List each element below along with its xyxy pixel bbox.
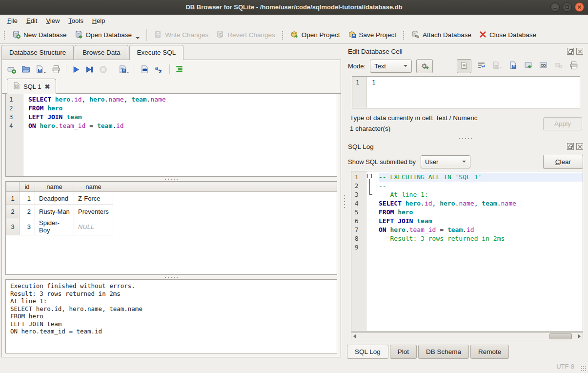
result-cell[interactable]: Rusty-Man — [35, 205, 74, 218]
minimize-button[interactable] — [550, 2, 560, 12]
close-sql-tab-icon[interactable]: ✖ — [44, 83, 50, 90]
tab-browse-data[interactable]: Browse Data — [75, 45, 128, 60]
menu-tools[interactable]: Tools — [64, 16, 87, 26]
print-cell-icon[interactable] — [569, 61, 578, 71]
mode-select[interactable]: Text — [370, 60, 412, 73]
auto-complete-icon[interactable]: az — [155, 65, 164, 74]
close-button[interactable] — [575, 2, 584, 12]
open-project-button[interactable]: Open Project — [286, 28, 344, 42]
close-panel-icon[interactable] — [576, 143, 583, 150]
scroll-left-icon[interactable] — [353, 334, 356, 338]
row-number[interactable]: 3 — [6, 218, 20, 235]
table-corner[interactable] — [6, 182, 20, 192]
splitter-cell-log[interactable] — [347, 136, 584, 141]
sql-editor-code[interactable]: SELECT hero.id, hero.name, team.nameFROM… — [23, 94, 337, 176]
toolbar-drag-handle[interactable] — [282, 30, 284, 40]
column-header[interactable]: id — [20, 182, 35, 192]
auto-switch-mode-button[interactable] — [416, 59, 433, 73]
import-cell-icon[interactable] — [509, 61, 517, 71]
mode-label: Mode: — [348, 62, 365, 70]
cell-value-editor[interactable]: 1 1 — [352, 76, 580, 108]
toolbar-drag-handle[interactable] — [3, 30, 6, 40]
attach-database-button[interactable]: Attach Database — [407, 28, 475, 42]
sql-log-code[interactable]: -- EXECUTING ALL IN 'SQL 1'---- At line … — [374, 171, 583, 331]
splitter-left-right[interactable] — [343, 44, 346, 359]
open-sql-file-icon[interactable] — [21, 65, 30, 74]
execution-status-log[interactable]: Execution finished without errors. Resul… — [5, 279, 337, 353]
menu-help[interactable]: Help — [88, 16, 110, 26]
stop-icon[interactable] — [99, 65, 107, 74]
find-replace-icon[interactable] — [141, 65, 149, 74]
scroll-right-icon[interactable] — [578, 334, 581, 338]
column-header[interactable]: name — [74, 182, 113, 192]
menu-view[interactable]: View — [41, 16, 64, 26]
copy-cell-link-icon[interactable] — [539, 61, 547, 71]
revert-changes-button[interactable]: Revert Changes — [212, 28, 279, 42]
save-cell-icon[interactable] — [492, 61, 502, 71]
result-cell[interactable]: NULL — [74, 218, 113, 235]
sql-editor[interactable]: 1234 SELECT hero.id, hero.name, team.nam… — [5, 94, 337, 177]
close-database-button[interactable]: Close Database — [475, 28, 540, 42]
fold-column[interactable] — [366, 171, 374, 331]
tab-plot[interactable]: Plot — [390, 345, 417, 359]
tab-remote[interactable]: Remote — [470, 345, 509, 359]
fold-marker-icon[interactable] — [367, 174, 372, 178]
result-cell[interactable]: Spider-Boy — [35, 218, 74, 235]
column-header[interactable]: name — [35, 182, 74, 192]
tab-execute-sql[interactable]: Execute SQL — [129, 45, 184, 60]
resize-grip[interactable] — [580, 365, 587, 372]
open-database-dropdown-caret[interactable] — [136, 37, 140, 39]
tab-sql-log[interactable]: SQL Log — [347, 345, 388, 359]
maximize-button[interactable] — [563, 2, 572, 12]
scrollbar-thumb[interactable] — [549, 333, 572, 339]
cell-type-info: Type of data currently in cell: Text / N… — [350, 113, 478, 124]
cell-editor-code[interactable]: 1 — [367, 77, 580, 108]
menu-file[interactable]: File — [3, 16, 22, 26]
execute-all-icon[interactable] — [72, 65, 80, 74]
print-sql-icon[interactable] — [52, 65, 61, 74]
sql-log-hscrollbar[interactable] — [351, 332, 583, 340]
result-cell[interactable]: 2 — [20, 205, 35, 218]
float-panel-icon[interactable] — [567, 48, 574, 55]
word-wrap-icon[interactable] — [477, 61, 486, 71]
open-database-button[interactable]: Open Database — [71, 28, 144, 42]
menu-edit[interactable]: Edit — [22, 16, 41, 26]
save-project-button[interactable]: Save Project — [344, 28, 401, 42]
set-null-icon[interactable] — [554, 61, 563, 71]
sql-log-editor[interactable]: 123456789 -- EXECUTING ALL IN 'SQL 1'---… — [351, 171, 583, 332]
submitted-by-select[interactable]: User — [421, 155, 470, 168]
toolbar-drag-handle[interactable] — [403, 30, 405, 40]
tab-db-schema[interactable]: DB Schema — [418, 345, 469, 359]
cell-editor-gutter: 1 — [352, 77, 367, 108]
left-panel: Database Structure Browse Data Execute S… — [0, 44, 343, 359]
splitter-editor-results[interactable] — [5, 177, 337, 181]
format-sql-icon[interactable] — [175, 65, 184, 74]
result-cell[interactable]: Preventers — [74, 205, 113, 218]
sql-editor-gutter: 1234 — [6, 94, 23, 176]
titlebar: DB Browser for SQLite - /home/user/code/… — [0, 0, 588, 15]
window-title: DB Browser for SQLite - /home/user/code/… — [0, 3, 588, 11]
write-changes-button[interactable]: Write Changes — [150, 28, 212, 42]
row-number[interactable]: 1 — [6, 192, 20, 205]
save-results-icon[interactable] — [119, 65, 129, 74]
open-sql-tab-icon[interactable] — [7, 65, 16, 74]
result-cell[interactable]: 1 — [20, 192, 35, 205]
new-database-button[interactable]: New Database — [8, 28, 71, 42]
result-cell[interactable]: Z-Force — [74, 192, 113, 205]
execute-current-line-icon[interactable] — [85, 65, 94, 74]
row-number[interactable]: 2 — [6, 205, 20, 218]
tab-database-structure[interactable]: Database Structure — [1, 45, 74, 60]
sql-tab[interactable]: SQL 1 ✖ — [7, 79, 56, 94]
float-panel-icon[interactable] — [567, 143, 574, 150]
clear-button[interactable]: Clear — [543, 155, 583, 169]
close-panel-icon[interactable] — [576, 48, 583, 55]
results-grid: idnamename11DeadpondZ-Force22Rusty-ManPr… — [5, 181, 337, 275]
export-cell-icon[interactable] — [524, 61, 532, 71]
text-view-icon[interactable] — [457, 59, 471, 73]
splitter-results-log[interactable] — [5, 275, 337, 279]
apply-button[interactable]: Apply — [543, 117, 582, 130]
save-sql-file-icon[interactable] — [36, 65, 46, 74]
result-cell[interactable]: 3 — [20, 218, 35, 235]
app-window: DB Browser for SQLite - /home/user/code/… — [0, 0, 588, 373]
result-cell[interactable]: Deadpond — [35, 192, 74, 205]
